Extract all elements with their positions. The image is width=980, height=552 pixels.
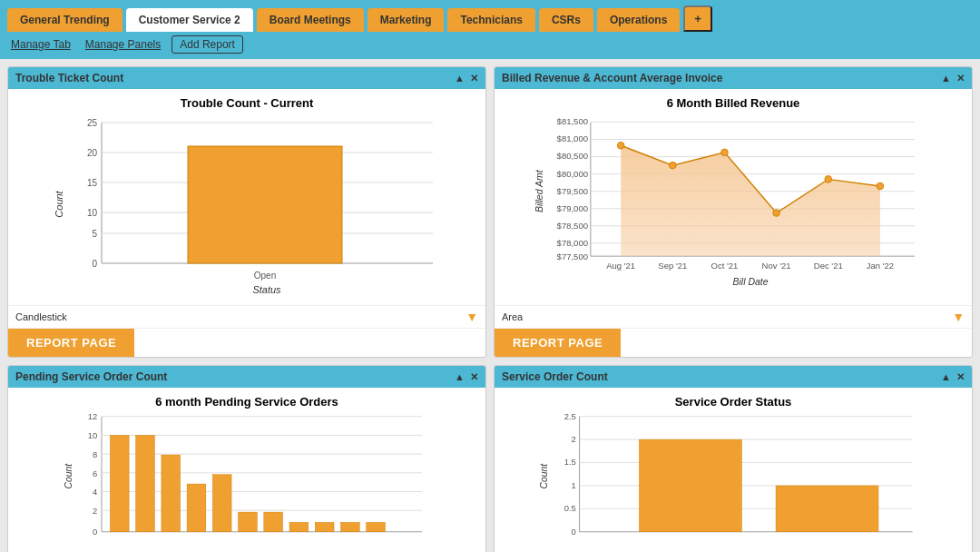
service-order-collapse[interactable]: ▲: [941, 371, 951, 382]
svg-rect-67: [110, 435, 129, 531]
tab-marketing[interactable]: Marketing: [368, 8, 445, 32]
svg-text:1: 1: [572, 480, 576, 490]
svg-text:10: 10: [88, 430, 97, 440]
pending-service-chart-title: 6 month Pending Service Orders: [155, 395, 338, 409]
svg-text:Status: Status: [252, 284, 281, 295]
billed-revenue-header: Billed Revenue & Account Average Invoice…: [495, 67, 972, 89]
tab-operations[interactable]: Operations: [597, 8, 680, 32]
trouble-ticket-chart: 25 20 15 10 5 0 Count Open Status: [15, 113, 478, 298]
add-report-button[interactable]: Add Report: [172, 35, 243, 54]
svg-point-38: [617, 142, 624, 149]
service-order-content: Service Order Status 0 0.5 1: [495, 388, 972, 552]
svg-text:$78,000: $78,000: [557, 238, 588, 248]
svg-rect-72: [239, 512, 258, 532]
trouble-ticket-controls: ▲ ✕: [455, 73, 478, 84]
svg-rect-92: [639, 439, 741, 532]
trouble-ticket-footer: Candlestick ▼: [8, 305, 485, 328]
svg-rect-74: [289, 522, 309, 531]
svg-text:10: 10: [87, 208, 98, 218]
billed-revenue-content: 6 Month Billed Revenue: [495, 89, 972, 305]
svg-text:25: 25: [87, 118, 98, 128]
trouble-ticket-report-btn[interactable]: REPORT PAGE: [8, 329, 134, 357]
svg-rect-71: [212, 475, 231, 532]
tab-customer-service-2[interactable]: Customer Service 2: [126, 8, 253, 32]
svg-text:Count: Count: [539, 463, 549, 489]
svg-text:$81,000: $81,000: [557, 133, 588, 143]
pending-service-collapse[interactable]: ▲: [455, 371, 465, 382]
pending-service-content: 6 month Pending Service Orders 0: [8, 388, 485, 552]
billed-revenue-close[interactable]: ✕: [956, 73, 965, 84]
service-order-chart-title: Service Order Status: [675, 395, 792, 409]
svg-text:2: 2: [93, 506, 97, 516]
manage-tab-button[interactable]: Manage Tab: [7, 36, 74, 53]
svg-text:20: 20: [87, 148, 98, 158]
billed-revenue-title: Billed Revenue & Account Average Invoice: [502, 72, 941, 84]
service-order-panel: Service Order Count ▲ ✕ Service Order St…: [494, 365, 973, 552]
tab-board-meetings[interactable]: Board Meetings: [257, 8, 364, 32]
svg-text:1.5: 1.5: [564, 457, 576, 467]
service-order-title: Service Order Count: [502, 370, 941, 383]
svg-text:Oct '21: Oct '21: [711, 261, 739, 271]
svg-text:0.5: 0.5: [564, 503, 576, 513]
tab-general-trending[interactable]: General Trending: [7, 8, 122, 32]
svg-point-41: [773, 210, 780, 217]
svg-text:Open: Open: [254, 271, 276, 281]
svg-text:$80,500: $80,500: [557, 151, 588, 161]
trouble-ticket-title: Trouble Ticket Count: [15, 72, 455, 84]
svg-text:$78,500: $78,500: [557, 221, 588, 231]
svg-rect-73: [264, 512, 283, 532]
billed-revenue-report-btn[interactable]: REPORT PAGE: [495, 329, 621, 357]
svg-text:2.5: 2.5: [564, 411, 576, 421]
billed-revenue-controls: ▲ ✕: [941, 73, 965, 84]
billed-revenue-footer-type: Area: [502, 311, 523, 322]
svg-rect-69: [162, 455, 181, 532]
tab-technicians[interactable]: Technicians: [447, 8, 534, 32]
pending-service-close[interactable]: ✕: [470, 371, 478, 383]
trouble-ticket-close[interactable]: ✕: [470, 73, 478, 84]
svg-text:$79,000: $79,000: [557, 203, 588, 213]
svg-text:12: 12: [88, 411, 97, 421]
billed-revenue-report-section: REPORT PAGE: [495, 328, 972, 357]
service-order-chart: 0 0.5 1 1.5 2 2.5 Count: [502, 412, 965, 552]
svg-point-39: [670, 162, 677, 169]
pending-service-title: Pending Service Order Count: [15, 370, 455, 383]
svg-text:0: 0: [92, 259, 97, 269]
svg-text:Dec '21: Dec '21: [814, 261, 843, 271]
pending-service-panel: Pending Service Order Count ▲ ✕ 6 month …: [7, 365, 486, 552]
svg-marker-37: [621, 145, 880, 256]
service-order-controls: ▲ ✕: [941, 371, 965, 383]
svg-rect-75: [315, 522, 334, 531]
pending-service-header: Pending Service Order Count ▲ ✕: [8, 366, 485, 388]
svg-text:Sep '21: Sep '21: [658, 261, 687, 271]
billed-revenue-panel: Billed Revenue & Account Average Invoice…: [494, 66, 973, 358]
trouble-ticket-report-section: REPORT PAGE: [8, 328, 485, 357]
tab-add[interactable]: +: [683, 5, 712, 32]
svg-rect-77: [367, 522, 386, 531]
manage-panels-button[interactable]: Manage Panels: [82, 36, 164, 53]
svg-text:$81,500: $81,500: [557, 116, 588, 126]
billed-revenue-collapse[interactable]: ▲: [941, 73, 951, 84]
trouble-ticket-collapse[interactable]: ▲: [455, 73, 465, 84]
tab-bar: General Trending Customer Service 2 Boar…: [0, 0, 980, 32]
svg-text:4: 4: [93, 487, 97, 497]
dashboard: Trouble Ticket Count ▲ ✕ Trouble Count -…: [0, 59, 980, 552]
svg-rect-70: [187, 484, 206, 532]
svg-rect-93: [776, 486, 878, 532]
svg-text:Billed Amt: Billed Amt: [534, 169, 544, 212]
svg-text:2: 2: [572, 434, 576, 444]
trouble-ticket-header: Trouble Ticket Count ▲ ✕: [8, 67, 485, 89]
service-order-close[interactable]: ✕: [956, 371, 965, 383]
billed-revenue-chart-title: 6 Month Billed Revenue: [667, 96, 800, 110]
svg-text:15: 15: [87, 178, 98, 188]
billed-revenue-chart: $81,500 $81,000 $80,500 $80,000 $79,500 …: [502, 113, 965, 298]
svg-text:$80,000: $80,000: [557, 169, 588, 179]
billed-revenue-dropdown-icon[interactable]: ▼: [952, 310, 965, 324]
svg-text:Jan '22: Jan '22: [867, 261, 894, 271]
service-order-header: Service Order Count ▲ ✕: [495, 366, 972, 388]
trouble-ticket-content: Trouble Count - Current 25 20 15: [8, 89, 485, 305]
svg-text:Nov '21: Nov '21: [762, 261, 791, 271]
svg-text:Count: Count: [64, 463, 74, 489]
tab-csrs[interactable]: CSRs: [539, 8, 593, 32]
svg-text:0: 0: [572, 527, 576, 537]
trouble-ticket-dropdown-icon[interactable]: ▼: [466, 310, 478, 324]
